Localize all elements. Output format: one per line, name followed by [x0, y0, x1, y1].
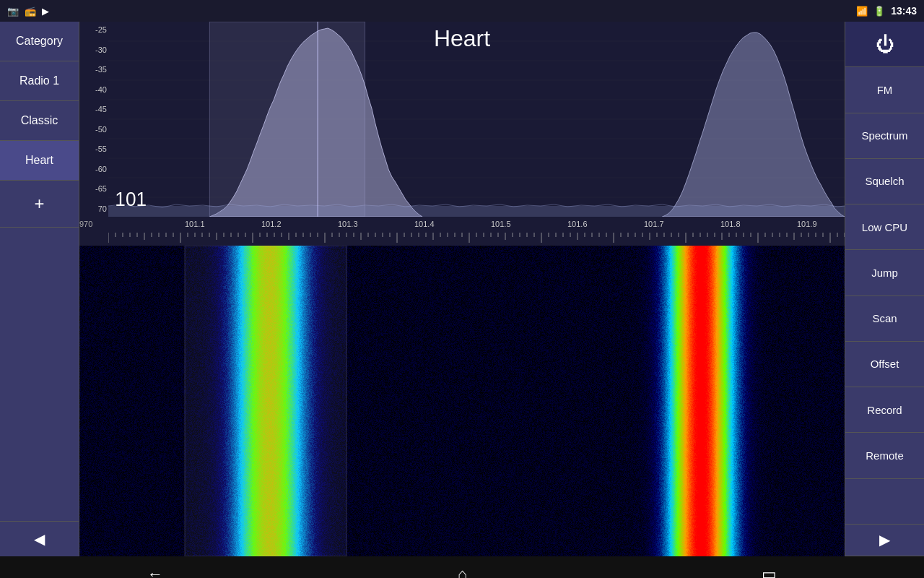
freq-label-101-8: 101.8 [720, 220, 741, 228]
sidebar-prev-arrow[interactable]: ◀ [0, 521, 79, 556]
squelch-button[interactable]: Squelch [845, 159, 924, 204]
freq-label-101-3: 101.3 [338, 220, 358, 228]
spectrum-button[interactable]: Spectrum [845, 113, 924, 159]
status-bar: 📷 📻 ▶ 📶 🔋 13:43 [0, 0, 924, 22]
lowcpu-button[interactable]: Low CPU [845, 204, 924, 250]
y-label-5: -45 [81, 105, 107, 113]
freq-label-101-2: 101.2 [261, 220, 282, 228]
remote-button[interactable]: Remote [845, 433, 924, 478]
main-layout: Category Radio 1 Classic Heart + ◀ Heart… [0, 22, 924, 556]
tick-bar [79, 233, 845, 246]
fm-button[interactable]: FM [845, 67, 924, 113]
record-button[interactable]: Record [845, 387, 924, 433]
screenshot-icon: 📷 [7, 6, 19, 17]
play-icon: ▶ [42, 6, 49, 17]
jump-button[interactable]: Jump [845, 250, 924, 296]
offset-button[interactable]: Offset [845, 342, 924, 387]
y-label-6: -50 [81, 125, 107, 134]
radio-icon: 📻 [25, 6, 36, 17]
back-button[interactable]: ← [147, 565, 163, 578]
power-button[interactable]: ⏻ [845, 22, 924, 67]
scan-button[interactable]: Scan [845, 296, 924, 342]
y-axis: -25 -30 -35 -40 -45 -50 -55 -60 -65 70 [79, 22, 108, 217]
svg-marker-12 [108, 206, 845, 217]
freq-label-101-1: 101.1 [185, 220, 205, 228]
y-label-7: -55 [81, 144, 107, 153]
clock: 13:43 [891, 5, 917, 17]
wifi-icon: 📶 [856, 6, 868, 17]
freq-label-101-7: 101.7 [644, 220, 664, 228]
y-label-2: -30 [81, 46, 107, 54]
freq-label-101-9: 101.9 [797, 220, 817, 228]
home-button[interactable]: ⌂ [458, 565, 467, 578]
sidebar-add-button[interactable]: + [0, 181, 79, 228]
battery-icon: 🔋 [873, 6, 885, 17]
freq-start-label: 970 [79, 220, 92, 228]
y-label-10: 70 [81, 204, 107, 213]
power-icon: ⏻ [876, 33, 894, 56]
sidebar-item-category[interactable]: Category [0, 22, 79, 61]
sidebar-item-radio1[interactable]: Radio 1 [0, 61, 79, 101]
svg-text:101: 101 [115, 187, 147, 210]
waterfall-display[interactable] [79, 246, 845, 556]
y-label-9: -65 [81, 184, 107, 193]
freq-label-101-4: 101.4 [414, 220, 435, 228]
freq-label-101-6: 101.6 [567, 220, 588, 228]
right-nav-arrow[interactable]: ▶ [845, 525, 924, 556]
right-sidebar-spacer [845, 479, 924, 525]
sidebar-nav-bottom: ◀ [0, 228, 79, 556]
svg-marker-11 [662, 33, 845, 217]
sidebar-item-heart[interactable]: Heart [0, 141, 79, 181]
sidebar-item-classic[interactable]: Classic [0, 101, 79, 141]
y-label-4: -40 [81, 85, 107, 94]
recent-button[interactable]: ▭ [762, 565, 777, 578]
spectrum-graph: Heart -25 -30 -35 -40 -45 -50 -55 -60 -6… [79, 22, 845, 217]
nav-bar: ← ⌂ ▭ [0, 556, 924, 578]
spectrum-area: Heart -25 -30 -35 -40 -45 -50 -55 -60 -6… [79, 22, 845, 556]
y-label-8: -60 [81, 165, 107, 173]
y-label-3: -35 [81, 65, 107, 74]
left-sidebar: Category Radio 1 Classic Heart + ◀ [0, 22, 79, 556]
right-sidebar: ⏻ FM Spectrum Squelch Low CPU Jump Scan … [845, 22, 924, 556]
freq-ruler: 970 101.1 101.2 101.3 101.4 101.5 101.6 … [79, 217, 845, 233]
freq-label-101-5: 101.5 [491, 220, 511, 228]
y-label-1: -25 [81, 25, 107, 34]
spectrum-title: Heart [434, 25, 490, 52]
